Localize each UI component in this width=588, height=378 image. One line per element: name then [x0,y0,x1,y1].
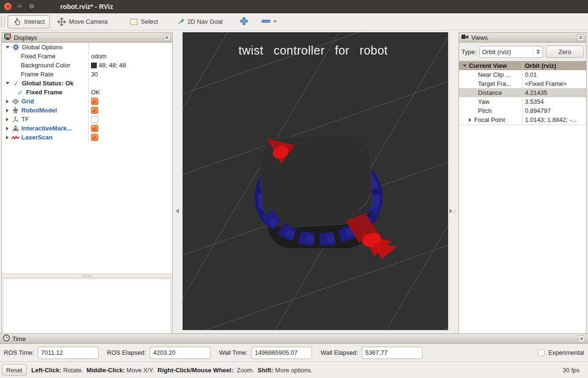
tree-row-tf[interactable]: TF [2,115,172,124]
expander-icon[interactable] [6,82,9,84]
row-value[interactable]: 0.894797 [525,107,551,114]
checkbox-checked[interactable] [91,107,98,114]
tree-row-current-view[interactable]: Current View Orbit (rviz) [459,61,586,70]
toolbar-grip[interactable] [1,17,5,27]
checkbox-checked[interactable] [91,98,98,105]
scene-canvas[interactable]: twist controller for robot [183,32,448,330]
panel-splitter[interactable] [2,274,172,278]
row-value[interactable]: 30 [91,71,98,78]
expander-icon[interactable] [469,118,471,122]
displays-close-icon[interactable]: ✕ [163,34,170,41]
ros-elapsed-input[interactable] [150,347,211,359]
tree-row-near-clip[interactable]: Near Clip ... 0.01 [459,70,586,79]
experimental-label: Experimental [548,349,584,356]
tree-row-focal-point[interactable]: Focal Point 1.0143; 1.8842; -... [459,115,586,124]
views-close-icon[interactable]: ✕ [577,34,584,41]
display-description-box [3,278,171,340]
row-value[interactable]: 4.21435 [525,89,547,96]
tree-row-fixed-frame-status[interactable]: ✓ Fixed Frame OK [2,88,172,97]
row-label: Focal Point [474,116,505,123]
color-swatch [91,63,97,68]
row-value[interactable]: 0.01 [525,71,537,78]
tree-row-interactive-markers[interactable]: InteractiveMark... [2,124,172,133]
displays-panel: Displays ✕ Global Options Fixed Frame od… [1,32,173,359]
tree-row-global-options[interactable]: Global Options [2,43,172,52]
remove-tool-button[interactable] [261,17,277,27]
ros-time-field: ROS Time: [4,347,99,359]
add-tool-button[interactable] [240,17,248,27]
tree-row-robot-model[interactable]: RobotModel [2,106,172,115]
row-label: Background Color [21,62,70,69]
window-minimize-icon[interactable]: − [16,2,24,10]
tf-axes-icon [11,116,19,123]
chevron-down-icon[interactable] [273,20,277,23]
reset-button[interactable]: Reset [2,364,27,376]
row-value[interactable]: 3.5354 [525,98,544,105]
tree-row-pitch[interactable]: Pitch 0.894797 [459,106,586,115]
check-icon: ✓ [12,80,20,87]
interact-tool-button[interactable]: Interact [8,15,50,28]
row-label: Distance [478,89,502,96]
grid-icon [11,98,19,105]
ros-time-input[interactable] [38,347,99,359]
view-type-select[interactable]: Orbit (rviz) [479,46,543,58]
tree-row-laser-scan[interactable]: LaserScan [2,133,172,142]
views-panel-title: Views [471,34,487,41]
wall-elapsed-input[interactable] [362,347,423,359]
row-value[interactable]: 48; 48; 48 [99,62,126,69]
row-label: InteractiveMark... [21,125,72,132]
tree-row-background-color[interactable]: Background Color 48; 48; 48 [2,61,172,70]
tree-row-global-status[interactable]: ✓ Global Status: Ok [2,79,172,88]
expander-icon[interactable] [6,46,9,48]
move-camera-tool-button[interactable]: Move Camera [53,16,112,28]
nav-goal-tool-button[interactable]: 2D Nav Goal [171,16,227,28]
tree-row-fixed-frame[interactable]: Fixed Frame odom [2,52,172,61]
mouse-hints: Left-Click: Rotate. Middle-Click: Move X… [31,367,312,374]
toolbar: Interact Move Camera Select 2D Nav Goal [0,13,588,30]
type-label: Type: [461,48,477,55]
experimental-toggle[interactable]: Experimental [538,349,584,356]
row-value[interactable]: odom [91,53,107,60]
time-panel-header[interactable]: Time ✕ [0,334,588,344]
window-maximize-icon[interactable] [28,2,36,10]
expander-icon[interactable] [6,136,9,139]
tree-row-frame-rate[interactable]: Frame Rate 30 [2,70,172,79]
tree-row-yaw[interactable]: Yaw 3.5354 [459,97,586,106]
displays-panel-header[interactable]: Displays ✕ [2,33,172,43]
zero-button[interactable]: Zero [546,46,584,58]
collapse-left-panel-icon[interactable] [176,205,183,217]
checkbox-unchecked[interactable] [91,116,98,123]
expander-icon[interactable] [463,65,467,67]
monitor-icon [4,33,11,42]
window-close-icon[interactable]: × [4,2,12,10]
select-tool-button[interactable]: Select [125,16,163,28]
row-value[interactable]: <Fixed Frame> [525,80,567,87]
checkbox-unchecked[interactable] [538,349,545,356]
expander-icon[interactable] [6,118,9,121]
row-label: Current View [469,62,507,69]
views-panel-header[interactable]: Views ✕ [459,33,586,43]
checkbox-checked[interactable] [91,134,98,141]
wall-time-input[interactable] [251,347,312,359]
row-label: Near Clip ... [478,71,511,78]
expander-icon[interactable] [6,127,9,130]
checkbox-checked[interactable] [91,125,98,132]
row-label: Global Options [22,44,63,51]
robot-icon [11,107,19,114]
ros-elapsed-field: ROS Elapsed: [107,347,211,359]
expander-icon[interactable] [6,109,9,112]
row-label: Pitch [478,107,492,114]
row-value[interactable]: 1.0143; 1.8842; -... [525,116,577,123]
row-label: Yaw [478,98,489,105]
interact-tool-label: Interact [24,18,45,25]
tree-row-target-frame[interactable]: Target Fra... <Fixed Frame> [459,79,586,88]
row-label: TF [21,116,29,123]
expander-icon[interactable] [6,100,9,103]
fps-counter: 30 fps [563,367,579,374]
time-close-icon[interactable]: ✕ [578,335,585,342]
tree-row-distance[interactable]: Distance 4.21435 [459,88,586,97]
collapse-right-panel-icon[interactable] [450,205,456,217]
tree-row-grid[interactable]: Grid [2,97,172,106]
render-viewport[interactable]: twist controller for robot [183,32,448,330]
row-value: OK [91,89,100,96]
